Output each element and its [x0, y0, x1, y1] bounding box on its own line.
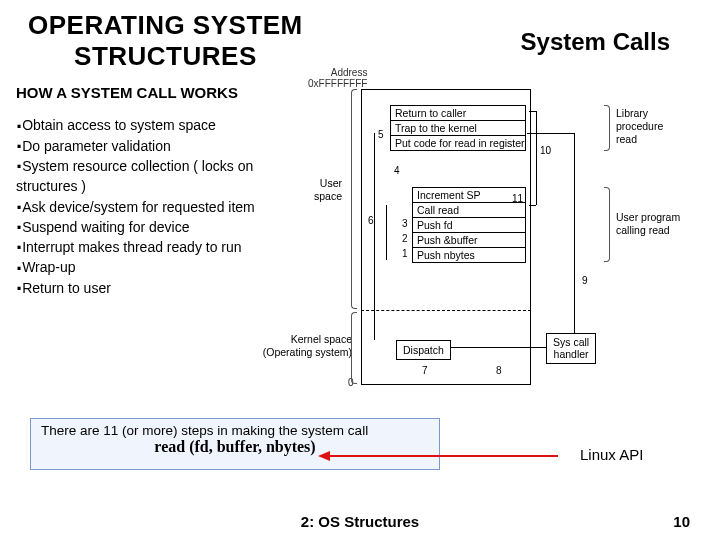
bullet-item: System resource collection ( locks on st…: [16, 156, 286, 197]
lib-row: Put code for read in register: [391, 136, 525, 150]
bullet-item: Do parameter validation: [16, 136, 286, 156]
arrow-10-line: [536, 111, 537, 205]
user-row: Push &buffer: [413, 233, 525, 248]
user-row: Call read: [413, 203, 525, 218]
bullet-list: Obtain access to system space Do paramet…: [16, 115, 286, 415]
brace-kernel-region: [351, 312, 357, 384]
user-row: Push fd: [413, 218, 525, 233]
arrow-10-top: [529, 111, 536, 112]
userprog-box: Increment SP Call read Push fd Push &buf…: [412, 187, 526, 263]
lib-row: Trap to the kernel: [391, 121, 525, 136]
dispatch-box: Dispatch: [396, 340, 451, 360]
title-left-line1: OPERATING SYSTEM: [28, 10, 303, 41]
label-kernel-space: Kernel space (Operating system): [252, 333, 352, 358]
brace-lib: [604, 105, 610, 151]
label-userprog: User program calling read: [616, 211, 680, 236]
footer-title: 2: OS Structures: [0, 513, 720, 530]
page-number: 10: [673, 513, 690, 530]
red-arrow-head: [318, 451, 330, 461]
title-right: System Calls: [521, 28, 670, 56]
kernel-divider: [361, 310, 531, 311]
address-label: Address 0xFFFFFFFF: [308, 67, 367, 89]
label-user-space: User space: [282, 177, 342, 202]
step-11: 11: [512, 193, 523, 204]
arrow-9-line: [574, 133, 575, 333]
syscall-handler-box: Sys call handler: [546, 333, 596, 364]
arrow-10-bot: [529, 205, 536, 206]
step-9: 9: [582, 275, 588, 286]
step-5: 5: [378, 129, 384, 140]
bullet-item: Ask device/system for requested item: [16, 197, 286, 217]
step-10: 10: [540, 145, 551, 156]
title-left: OPERATING SYSTEM STRUCTURES: [28, 10, 303, 72]
step-6: 6: [368, 215, 374, 226]
callout-line1: There are 11 (or more) steps in making t…: [41, 423, 429, 438]
arrow-8-line: [451, 347, 546, 348]
step-3: 3: [402, 218, 408, 229]
bullet-item: Interrupt makes thread ready to run: [16, 237, 286, 257]
callout-box: There are 11 (or more) steps in making t…: [30, 418, 440, 470]
bullet-item: Return to user: [16, 278, 286, 298]
step-2: 2: [402, 233, 408, 244]
arrow-9-top: [527, 133, 574, 134]
step-1: 1: [402, 248, 408, 259]
label-library: Library procedure read: [616, 107, 663, 145]
library-box: Return to caller Trap to the kernel Put …: [390, 105, 526, 151]
brace-user: [604, 187, 610, 262]
bullet-item: Suspend waiting for device: [16, 217, 286, 237]
title-left-line2: STRUCTURES: [28, 41, 303, 72]
user-row: Push nbytes: [413, 248, 525, 262]
step-7: 7: [422, 365, 428, 376]
callout-line2: read (fd, buffer, nbytes): [41, 438, 429, 456]
step-8: 8: [496, 365, 502, 376]
brace-user-region: [351, 89, 357, 309]
user-row: Increment SP: [413, 188, 525, 203]
arrow-6-line: [374, 133, 375, 340]
syscall-diagram: Address 0xFFFFFFFF 0 Return to caller Tr…: [286, 115, 720, 415]
bullet-item: Obtain access to system space: [16, 115, 286, 135]
linux-api-label: Linux API: [580, 446, 643, 463]
arrow-4-line: [386, 205, 387, 260]
red-arrow-line: [328, 455, 558, 457]
step-4: 4: [394, 165, 400, 176]
lib-row: Return to caller: [391, 106, 525, 121]
bullet-item: Wrap-up: [16, 257, 286, 277]
